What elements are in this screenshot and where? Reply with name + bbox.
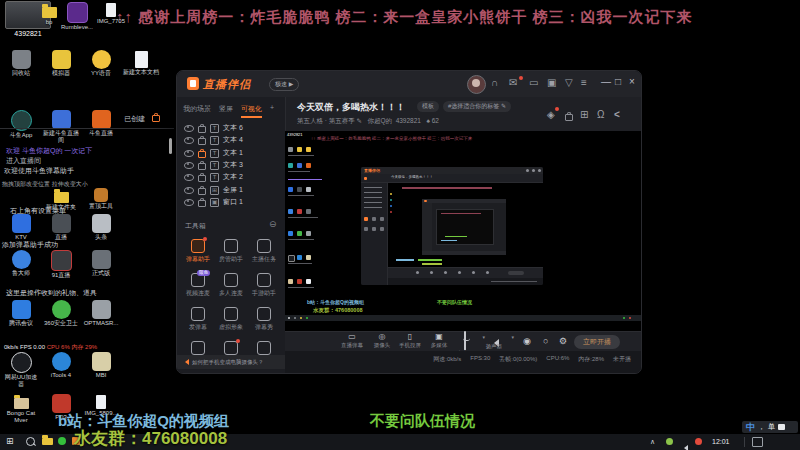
- tray-red-icon[interactable]: [695, 438, 702, 445]
- tool-extra-2[interactable]: [214, 341, 248, 355]
- tag-pill[interactable]: #选择适合你的标签 ✎: [443, 101, 511, 112]
- tray-green-icon[interactable]: [666, 438, 673, 445]
- desktop-icon-itools[interactable]: iTools 4: [42, 352, 80, 379]
- clock[interactable]: 12:01: [712, 438, 730, 445]
- source-row[interactable]: T 文本 6: [184, 122, 243, 134]
- tab-visualize[interactable]: 可视化: [241, 104, 262, 118]
- tool-extra-1[interactable]: [181, 341, 215, 355]
- lock-icon[interactable]: [198, 138, 206, 145]
- tool-danmu-show[interactable]: 弹幕秀: [247, 307, 281, 332]
- settings-gear-icon[interactable]: ⚙: [559, 336, 567, 346]
- visibility-icon[interactable]: [184, 125, 194, 132]
- tool-video-link[interactable]: 限免 视频连麦: [181, 273, 215, 298]
- privacy-lock-icon[interactable]: [565, 114, 573, 121]
- template-pill[interactable]: 模板: [417, 101, 439, 112]
- desktop-icon-mbi[interactable]: MBI: [82, 352, 120, 379]
- desktop-icon-recycle[interactable]: 回收站: [2, 50, 40, 77]
- desktop-icon-zhengshi[interactable]: 正式版: [82, 250, 120, 277]
- mail-icon[interactable]: ✉: [509, 77, 517, 89]
- preview-canvas[interactable]: 4392821 ↑↑ 感谢上周榜一：炸毛脆脆鸭 榜二：来一盒皇家小熊饼干 榜三：…: [285, 131, 641, 331]
- source-row[interactable]: T 文本 1: [184, 147, 243, 159]
- app-titlebar[interactable]: 直播伴侣 极速 ▶ ∩ ✉ ▭ ▣ ▽ ≡ — □ ×: [177, 71, 641, 97]
- taskbar-app-green-icon[interactable]: [58, 437, 66, 445]
- scrollbar[interactable]: [169, 138, 172, 154]
- ime-width-mode[interactable]: 单: [768, 422, 775, 432]
- action-center-icon[interactable]: [752, 437, 763, 447]
- lock-icon[interactable]: [198, 163, 206, 170]
- toolbox-collapse-icon[interactable]: ⊖: [269, 219, 277, 229]
- desktop-icon-emulator[interactable]: 模拟器: [42, 50, 80, 77]
- lock-icon[interactable]: [198, 200, 206, 207]
- desktop-icon-91live[interactable]: 91直播: [42, 250, 80, 279]
- tool-mod-helper[interactable]: 房管助手: [214, 239, 248, 264]
- desktop-icon-rumble[interactable]: Rumbleve...: [58, 2, 96, 31]
- desktop-icon-pintool[interactable]: 置顶工具: [82, 188, 120, 210]
- visibility-icon[interactable]: [184, 162, 194, 169]
- tool-multi-link[interactable]: 多人连麦: [214, 273, 248, 298]
- desktop-icon-toutiao[interactable]: 头条: [82, 214, 120, 241]
- start-button[interactable]: ⊞: [6, 436, 14, 446]
- lock-icon[interactable]: [198, 188, 206, 195]
- lock-icon-active[interactable]: [198, 151, 206, 158]
- share-icon[interactable]: <: [614, 109, 620, 120]
- minimize-button[interactable]: —: [601, 76, 611, 87]
- apps-grid-icon[interactable]: ⊞: [580, 109, 588, 120]
- desktop-icon-ludashi[interactable]: 鲁大师: [2, 250, 40, 277]
- tool-send-danmu[interactable]: 发弹幕: [181, 307, 215, 332]
- menu-icon[interactable]: ≡: [581, 77, 587, 89]
- ime-chinese-mode[interactable]: 中: [746, 421, 755, 434]
- tool-danmu-helper[interactable]: 弹幕助手: [181, 239, 215, 264]
- tool-mobile-game[interactable]: 手游助手: [247, 273, 281, 298]
- desktop-icon-douyuapp[interactable]: 斗鱼App: [2, 110, 40, 139]
- desktop-icon-yy[interactable]: YY语音: [82, 50, 120, 77]
- gift-icon[interactable]: ◈: [547, 109, 555, 120]
- tray-volume-icon[interactable]: [681, 437, 688, 450]
- maximize-button[interactable]: □: [615, 76, 621, 87]
- tab-my-scenes[interactable]: 我的场景: [183, 104, 211, 114]
- lock-icon[interactable]: [198, 126, 206, 133]
- tool-anchor-task[interactable]: 主播任务: [247, 239, 281, 264]
- ime-status-bar[interactable]: 中 ， 单: [742, 421, 798, 433]
- visibility-icon[interactable]: [184, 187, 194, 194]
- close-button[interactable]: ×: [629, 76, 635, 87]
- visibility-icon[interactable]: [184, 137, 194, 144]
- desktop-icon-img7705[interactable]: IMG_7705: [92, 2, 130, 25]
- desktop-icon-newroom[interactable]: 新建斗鱼直播间: [42, 110, 80, 144]
- lock-icon[interactable]: [198, 175, 206, 182]
- record-icon[interactable]: ◉: [523, 336, 531, 346]
- tool-virtual-avatar[interactable]: 虚拟形象: [214, 307, 248, 332]
- desktop-icon-ktv[interactable]: KTV: [2, 214, 40, 241]
- desktop-icon-uu[interactable]: 网易UU加速器: [2, 352, 40, 388]
- desktop-icon-360[interactable]: 360安全卫士: [42, 300, 80, 327]
- visibility-icon[interactable]: [184, 199, 194, 206]
- avatar[interactable]: [467, 75, 486, 94]
- ime-punct-mode[interactable]: ，: [758, 422, 765, 432]
- desktop-icon-meeting[interactable]: 腾讯会议: [2, 300, 40, 327]
- source-row[interactable]: ⊞ 全屏 1: [184, 184, 243, 196]
- explorer-folder-icon[interactable]: [42, 438, 53, 445]
- headset-icon[interactable]: ∩: [491, 77, 498, 89]
- phone-camera-tip[interactable]: 如何把手机变成电脑摄像头？: [177, 355, 285, 369]
- desktop-icon-douyu[interactable]: 斗鱼直播: [82, 110, 120, 137]
- start-stream-button[interactable]: 立即开播: [574, 335, 620, 349]
- chat-icon[interactable]: ▭: [529, 77, 538, 89]
- desktop-icon-zhibo[interactable]: 直播: [42, 214, 80, 241]
- add-scene-button[interactable]: +: [270, 104, 274, 111]
- image-icon[interactable]: ▣: [547, 77, 556, 89]
- tool-extra-3[interactable]: [247, 341, 281, 355]
- source-row[interactable]: T 文本 3: [184, 159, 243, 171]
- tab-portrait[interactable]: 竖屏: [219, 104, 233, 114]
- bell-icon[interactable]: Ω: [597, 109, 604, 120]
- speaker-button[interactable]: ▾ 扬声器: [476, 332, 512, 349]
- visibility-icon[interactable]: [184, 150, 194, 157]
- desktop-icon-optmasr[interactable]: OPTMASR...: [82, 300, 120, 327]
- desktop-icon-bongo[interactable]: Bongo Cat Mver: [2, 394, 40, 424]
- source-row[interactable]: T 文本 4: [184, 134, 243, 146]
- tray-expand-icon[interactable]: ∧: [650, 438, 655, 446]
- ime-skin-icon[interactable]: [778, 424, 785, 430]
- screenshot-icon[interactable]: ○: [543, 336, 548, 346]
- room-category[interactable]: 第五人格 · 第五赛季 ✎: [297, 117, 362, 124]
- search-icon[interactable]: [26, 437, 35, 446]
- source-row[interactable]: T 文本 2: [184, 171, 243, 183]
- source-row[interactable]: ▣ 窗口 1: [184, 196, 243, 208]
